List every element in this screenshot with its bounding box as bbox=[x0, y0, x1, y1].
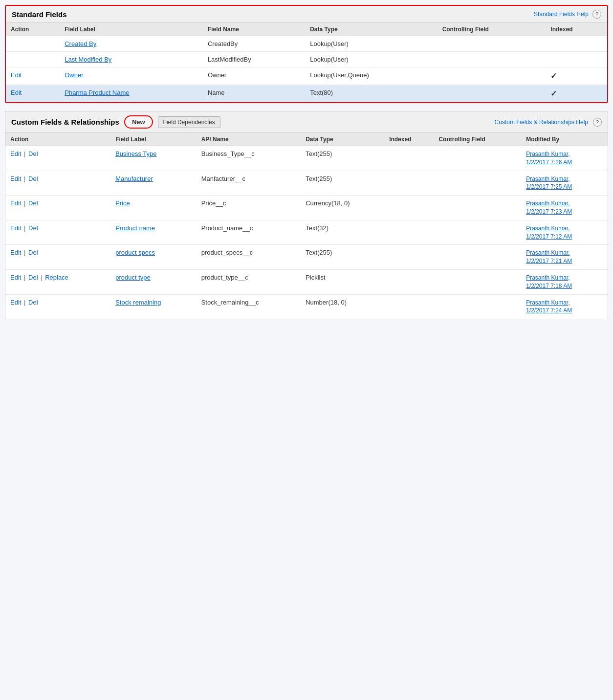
action-link-del[interactable]: Del bbox=[28, 150, 38, 157]
col-action: Action bbox=[6, 23, 60, 36]
edit-action-link[interactable]: Edit bbox=[11, 71, 22, 79]
edit-action-link[interactable]: Edit bbox=[11, 89, 22, 96]
data-type-cell: Picklist bbox=[301, 269, 384, 294]
controlling-field-cell bbox=[434, 196, 521, 220]
field-label-link[interactable]: Created By bbox=[65, 40, 96, 47]
field-label-link[interactable]: Product name bbox=[115, 224, 155, 232]
controlling-field-cell bbox=[434, 171, 521, 196]
action-link-edit[interactable]: Edit bbox=[10, 249, 21, 256]
custom-fields-help-link[interactable]: Custom Fields & Relationships Help bbox=[495, 119, 588, 126]
standard-fields-help-icon[interactable]: ? bbox=[592, 10, 601, 19]
data-type-cell: Lookup(User) bbox=[305, 52, 437, 67]
field-label-cell: Last Modified By bbox=[60, 52, 203, 67]
action-separator: | bbox=[22, 274, 27, 281]
field-label-cell: Stock remaining bbox=[110, 294, 196, 319]
custom-fields-header-row: Action Field Label API Name Data Type In… bbox=[5, 133, 608, 146]
action-cell: Edit bbox=[6, 85, 60, 103]
action-link-del[interactable]: Del bbox=[28, 175, 38, 182]
modified-by-link[interactable]: Prasanth Kumar,1/2/2017 7:18 AM bbox=[526, 274, 572, 289]
table-row: Edit | Delproduct specsproduct_specs__cT… bbox=[5, 245, 608, 270]
modified-by-link[interactable]: Prasanth Kumar,1/2/2017 7:21 AM bbox=[526, 249, 572, 264]
action-cell bbox=[6, 52, 60, 67]
custom-fields-header: Custom Fields & Relationships New Field … bbox=[5, 111, 608, 133]
checkmark-icon: ✓ bbox=[550, 72, 557, 80]
api-name-cell: Business_Type__c bbox=[197, 146, 301, 171]
modified-by-link[interactable]: Prasanth Kumar,1/2/2017 7:12 AM bbox=[526, 225, 572, 240]
action-link-del[interactable]: Del bbox=[28, 249, 38, 256]
action-link-del[interactable]: Del bbox=[28, 199, 38, 207]
field-label-link[interactable]: Stock remaining bbox=[115, 299, 161, 306]
standard-fields-help-link[interactable]: Standard Fields Help bbox=[534, 11, 589, 18]
action-separator: | bbox=[39, 274, 44, 281]
controlling-field-cell bbox=[434, 220, 521, 245]
table-row: Last Modified ByLastModifiedByLookup(Use… bbox=[6, 52, 607, 67]
field-label-link[interactable]: product type bbox=[115, 274, 151, 281]
field-label-cell: Product name bbox=[110, 220, 196, 245]
field-label-link[interactable]: Last Modified By bbox=[65, 56, 111, 63]
standard-fields-header-right: Standard Fields Help ? bbox=[534, 10, 601, 19]
action-link-edit[interactable]: Edit bbox=[10, 299, 21, 306]
col-indexed: Indexed bbox=[384, 133, 434, 146]
data-type-cell: Text(32) bbox=[301, 220, 384, 245]
standard-fields-section: Standard Fields Standard Fields Help ? A… bbox=[5, 5, 608, 103]
table-row: Edit | DelManufacturerManfacturer__cText… bbox=[5, 171, 608, 196]
col-controlling-field: Controlling Field bbox=[434, 133, 521, 146]
modified-by-link[interactable]: Prasanth Kumar,1/2/2017 7:24 AM bbox=[526, 299, 572, 314]
action-cell: Edit bbox=[6, 67, 60, 85]
table-row: EditOwnerOwnerLookup(User,Queue)✓ bbox=[6, 67, 607, 85]
modified-by-link[interactable]: Prasanth Kumar,1/2/2017 7:23 AM bbox=[526, 200, 572, 215]
api-name-cell: product_type__c bbox=[197, 269, 301, 294]
modified-by-link[interactable]: Prasanth Kumar,1/2/2017 7:25 AM bbox=[526, 175, 572, 191]
standard-fields-table: Action Field Label Field Name Data Type … bbox=[6, 23, 607, 102]
modified-by-cell: Prasanth Kumar,1/2/2017 7:23 AM bbox=[521, 196, 608, 220]
action-link-edit[interactable]: Edit bbox=[10, 274, 21, 281]
action-link-edit[interactable]: Edit bbox=[10, 150, 21, 157]
action-link-del[interactable]: Del bbox=[28, 224, 38, 232]
field-label-link[interactable]: Owner bbox=[65, 71, 83, 79]
field-label-cell: Manufacturer bbox=[110, 171, 196, 196]
col-field-label: Field Label bbox=[60, 23, 203, 36]
field-label-link[interactable]: product specs bbox=[115, 249, 155, 256]
custom-fields-help-icon[interactable]: ? bbox=[593, 118, 602, 127]
field-dependencies-button[interactable]: Field Dependencies bbox=[158, 116, 220, 128]
action-cell bbox=[6, 36, 60, 52]
new-button[interactable]: New bbox=[124, 115, 153, 129]
action-link-del[interactable]: Del bbox=[28, 299, 38, 306]
col-api-name: API Name bbox=[197, 133, 301, 146]
field-label-link[interactable]: Manufacturer bbox=[115, 175, 153, 182]
action-link-edit[interactable]: Edit bbox=[10, 175, 21, 182]
action-cell: Edit | Del bbox=[5, 196, 110, 220]
indexed-cell bbox=[384, 171, 434, 196]
table-row: EditPharma Product NameNameText(80)✓ bbox=[6, 85, 607, 103]
indexed-cell bbox=[384, 220, 434, 245]
col-modified-by: Modified By bbox=[521, 133, 608, 146]
action-link-edit[interactable]: Edit bbox=[10, 224, 21, 232]
field-name-cell: Owner bbox=[203, 67, 305, 85]
action-link-replace[interactable]: Replace bbox=[45, 274, 68, 281]
controlling-field-cell bbox=[434, 294, 521, 319]
action-link-del[interactable]: Del bbox=[28, 274, 38, 281]
data-type-cell: Text(80) bbox=[305, 85, 437, 103]
data-type-cell: Lookup(User,Queue) bbox=[305, 67, 437, 85]
controlling-field-cell bbox=[438, 85, 546, 103]
col-data-type: Data Type bbox=[305, 23, 437, 36]
field-name-cell: CreatedBy bbox=[203, 36, 305, 52]
field-label-link[interactable]: Price bbox=[115, 199, 130, 207]
field-name-cell: Name bbox=[203, 85, 305, 103]
field-label-link[interactable]: Business Type bbox=[115, 150, 156, 157]
modified-by-cell: Prasanth Kumar,1/2/2017 7:26 AM bbox=[521, 146, 608, 171]
controlling-field-cell bbox=[438, 67, 546, 85]
modified-by-cell: Prasanth Kumar,1/2/2017 7:12 AM bbox=[521, 220, 608, 245]
action-link-edit[interactable]: Edit bbox=[10, 199, 21, 207]
indexed-cell bbox=[384, 294, 434, 319]
action-cell: Edit | Del bbox=[5, 220, 110, 245]
field-label-link[interactable]: Pharma Product Name bbox=[65, 89, 129, 96]
controlling-field-cell bbox=[434, 146, 521, 171]
modified-by-link[interactable]: Prasanth Kumar,1/2/2017 7:26 AM bbox=[526, 151, 572, 166]
col-field-name: Field Name bbox=[203, 23, 305, 36]
data-type-cell: Lookup(User) bbox=[305, 36, 437, 52]
indexed-cell bbox=[384, 146, 434, 171]
indexed-cell bbox=[384, 196, 434, 220]
table-row: Created ByCreatedByLookup(User) bbox=[6, 36, 607, 52]
indexed-cell: ✓ bbox=[546, 85, 607, 103]
